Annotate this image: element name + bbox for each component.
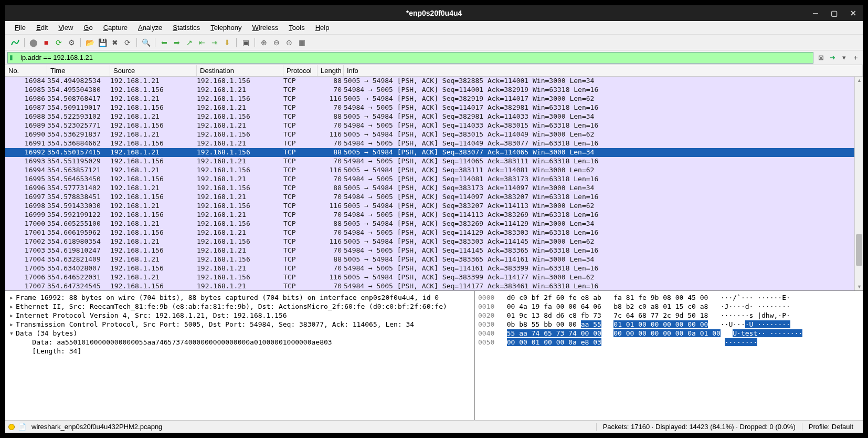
packet-row[interactable]: 16990 354.536291837 192.168.1.21 192.168…: [5, 130, 854, 139]
packet-row[interactable]: 17004 354.632821409 192.168.1.21 192.168…: [5, 255, 854, 264]
resize-columns-icon[interactable]: ▥: [296, 37, 308, 48]
menu-view[interactable]: View: [54, 23, 77, 33]
capture-file-properties-icon[interactable]: 📄: [18, 423, 26, 431]
menu-help[interactable]: Help: [311, 23, 334, 33]
details-line[interactable]: ▸Ethernet II, Src: ReecamTech_81:fe:9b (…: [9, 302, 470, 311]
expert-info-led-icon[interactable]: [8, 424, 15, 430]
col-destination[interactable]: Destination: [197, 65, 283, 76]
packet-row[interactable]: 16988 354.522593102 192.168.1.21 192.168…: [5, 112, 854, 121]
packet-row[interactable]: 17003 354.619810247 192.168.1.156 192.16…: [5, 246, 854, 255]
menu-statistics[interactable]: Statistics: [168, 23, 204, 33]
details-line[interactable]: ▸Transmission Control Protocol, Src Port…: [9, 320, 470, 329]
details-line[interactable]: ▾Data (34 bytes): [9, 329, 470, 338]
menu-edit[interactable]: Edit: [32, 23, 52, 33]
menu-file[interactable]: File: [10, 23, 30, 33]
go-back-icon[interactable]: ⬅: [158, 37, 170, 48]
restart-capture-icon[interactable]: ⟳: [53, 37, 65, 48]
details-line[interactable]: Data: aa55010100000000000055aa7465737400…: [9, 338, 470, 347]
col-info[interactable]: Info: [344, 65, 863, 76]
close-file-icon[interactable]: ✖: [109, 37, 121, 48]
col-time[interactable]: Time: [47, 65, 110, 76]
packet-row[interactable]: 16998 354.591433030 192.168.1.21 192.168…: [5, 202, 854, 211]
find-packet-icon[interactable]: 🔍: [140, 37, 152, 48]
clear-filter-icon[interactable]: ⊠: [816, 53, 826, 63]
display-filter-input[interactable]: [7, 52, 813, 64]
go-forward-icon[interactable]: ➡: [171, 37, 183, 48]
open-file-icon[interactable]: 📂: [84, 37, 96, 48]
reload-icon[interactable]: ⟳: [122, 37, 133, 48]
col-protocol[interactable]: Protocol: [283, 65, 317, 76]
goto-packet-icon[interactable]: ↗: [184, 37, 195, 48]
packet-row[interactable]: 16997 354.578838451 192.168.1.156 192.16…: [5, 193, 854, 202]
packet-row[interactable]: 17005 354.634028007 192.168.1.156 192.16…: [5, 264, 854, 273]
packet-bytes-pane[interactable]: 0000 d0 c0 bf 2f 60 fe e8 ab fa 81 fe 9b…: [475, 291, 863, 420]
window-maximize-button[interactable]: ▢: [828, 9, 841, 17]
details-line[interactable]: ▸Internet Protocol Version 4, Src: 192.1…: [9, 311, 470, 320]
window-title: *enp0s20f0u4u4: [406, 9, 462, 17]
menu-bar: FileEditViewGoCaptureAnalyzeStatisticsTe…: [5, 21, 863, 35]
window-close-button[interactable]: ✕: [847, 9, 860, 17]
packet-row[interactable]: 16993 354.551195029 192.168.1.156 192.16…: [5, 157, 854, 166]
packet-row[interactable]: 17007 354.647324545 192.168.1.156 192.16…: [5, 282, 854, 290]
packet-row[interactable]: 17006 354.646522031 192.168.1.21 192.168…: [5, 273, 854, 282]
packet-row[interactable]: 16987 354.509119017 192.168.1.156 192.16…: [5, 103, 854, 112]
scroll-down-icon[interactable]: ▼: [857, 284, 862, 289]
capture-options-icon[interactable]: ⚙: [66, 37, 77, 48]
hex-row[interactable]: 0010 00 4a 19 fa 00 00 64 06 b8 b2 c0 a8…: [478, 302, 860, 311]
packet-row[interactable]: 17002 354.618980354 192.168.1.21 192.168…: [5, 237, 854, 246]
apply-filter-icon[interactable]: ➜: [827, 53, 838, 63]
zoom-out-icon[interactable]: ⊖: [271, 37, 282, 48]
hex-row[interactable]: 0040 55 aa 74 65 73 74 00 00 00 00 00 00…: [478, 329, 860, 338]
display-filter-bar: ▮ ⊠ ➜ ▾ ＋: [5, 50, 863, 65]
packet-row[interactable]: 16995 354.564653450 192.168.1.156 192.16…: [5, 175, 854, 184]
packet-row[interactable]: 17000 354.605255100 192.168.1.21 192.168…: [5, 220, 854, 228]
filter-history-icon[interactable]: ▾: [839, 53, 849, 63]
packet-row[interactable]: 16989 354.523025771 192.168.1.156 192.16…: [5, 121, 854, 130]
colorize-icon[interactable]: ▣: [240, 37, 251, 48]
start-capture-icon[interactable]: ⬤: [28, 37, 39, 48]
last-packet-icon[interactable]: ⇥: [209, 37, 220, 48]
packet-row[interactable]: 16994 354.563857121 192.168.1.21 192.168…: [5, 166, 854, 175]
packet-row[interactable]: 16999 354.592199122 192.168.1.156 192.16…: [5, 211, 854, 220]
first-packet-icon[interactable]: ⇤: [196, 37, 208, 48]
wireshark-logo-icon: [9, 37, 21, 48]
packet-row[interactable]: 17001 354.606195962 192.168.1.156 192.16…: [5, 228, 854, 237]
menu-wireless[interactable]: Wireless: [248, 23, 283, 33]
bookmark-filter-icon[interactable]: ▮: [9, 54, 18, 62]
hex-row[interactable]: 0020 01 9c 13 8d d6 c8 fb 73 7c 64 68 77…: [478, 311, 860, 320]
status-file: wireshark_enp0s20f0u4u432PHM2.pcapng: [31, 423, 162, 431]
packet-row[interactable]: 16985 354.495504380 192.168.1.156 192.16…: [5, 86, 854, 95]
zoom-in-icon[interactable]: ⊕: [258, 37, 270, 48]
details-line[interactable]: [Length: 34]: [9, 347, 470, 356]
packet-row[interactable]: 16991 354.536884662 192.168.1.156 192.16…: [5, 139, 854, 148]
main-toolbar: ⬤ ■ ⟳ ⚙ 📂 💾 ✖ ⟳ 🔍 ⬅ ➡ ↗ ⇤ ⇥ ⬇ ▣ ⊕ ⊖ ⊙ ▥: [5, 35, 863, 50]
add-filter-button-icon[interactable]: ＋: [850, 53, 861, 63]
save-file-icon[interactable]: 💾: [97, 37, 108, 48]
menu-tools[interactable]: Tools: [284, 23, 309, 33]
packet-details-pane[interactable]: ▸Frame 16992: 88 bytes on wire (704 bits…: [5, 291, 475, 420]
details-line[interactable]: ▸Frame 16992: 88 bytes on wire (704 bits…: [9, 293, 470, 302]
status-profile[interactable]: Profile: Default: [802, 423, 860, 431]
col-no[interactable]: No.: [5, 65, 47, 76]
packet-list-scrollbar[interactable]: ▲ ▼: [854, 77, 863, 290]
auto-scroll-icon[interactable]: ⬇: [221, 37, 233, 48]
hex-row[interactable]: 0000 d0 c0 bf 2f 60 fe e8 ab fa 81 fe 9b…: [478, 293, 860, 302]
packet-row[interactable]: 16992 354.550157415 192.168.1.21 192.168…: [5, 148, 854, 157]
col-source[interactable]: Source: [110, 65, 197, 76]
menu-capture[interactable]: Capture: [99, 23, 132, 33]
stop-capture-icon[interactable]: ■: [40, 37, 52, 48]
hex-row[interactable]: 0050 00 00 01 00 00 0a e8 03 ········: [478, 338, 860, 347]
packet-list[interactable]: 16984 354.494982534 192.168.1.21 192.168…: [5, 77, 854, 290]
packet-row[interactable]: 16984 354.494982534 192.168.1.21 192.168…: [5, 77, 854, 86]
col-length[interactable]: Length: [317, 65, 344, 76]
window-minimize-button[interactable]: ─: [810, 9, 821, 17]
menu-analyze[interactable]: Analyze: [134, 23, 166, 33]
menu-telephony[interactable]: Telephony: [206, 23, 246, 33]
hex-row[interactable]: 0030 0b b8 55 bb 00 00 aa 55 01 01 00 00…: [478, 320, 860, 329]
packet-row[interactable]: 16996 354.577731402 192.168.1.21 192.168…: [5, 184, 854, 193]
scroll-up-icon[interactable]: ▲: [857, 78, 862, 83]
packet-row[interactable]: 16986 354.508768417 192.168.1.21 192.168…: [5, 95, 854, 103]
zoom-reset-icon[interactable]: ⊙: [283, 37, 295, 48]
scroll-thumb[interactable]: [856, 234, 862, 266]
menu-go[interactable]: Go: [79, 23, 97, 33]
